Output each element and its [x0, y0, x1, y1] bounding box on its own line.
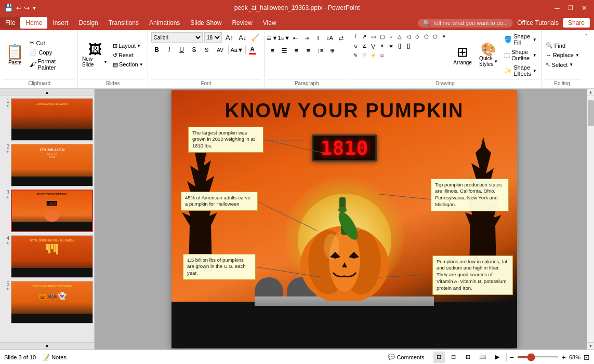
format-painter-btn[interactable]: 🖌 Format Painter	[28, 57, 75, 72]
shape-angle-btn[interactable]: ∠	[360, 42, 368, 50]
menu-slideshow[interactable]: Slide Show	[185, 17, 227, 29]
char-spacing-btn[interactable]: AV	[214, 44, 227, 56]
menu-design[interactable]: Design	[73, 17, 103, 29]
menu-home[interactable]: Home	[20, 17, 47, 29]
slideshow-btn[interactable]: ▶	[492, 352, 503, 363]
align-right-btn[interactable]: ≡	[291, 45, 302, 56]
close-btn[interactable]: ✕	[578, 2, 590, 14]
slides-scroll-down[interactable]: ▼	[0, 342, 94, 349]
strikethrough-btn[interactable]: S	[189, 44, 200, 56]
notes-view-btn[interactable]: 📝 Notes	[40, 353, 69, 362]
find-btn[interactable]: 🔍 Find	[544, 41, 581, 50]
minimize-btn[interactable]: ─	[551, 2, 563, 14]
zoom-in-btn[interactable]: +	[562, 353, 566, 361]
shape-star5-btn[interactable]: ★	[387, 42, 395, 50]
arrange-btn[interactable]: ⊞ Arrange	[450, 32, 475, 78]
shape-effects-btn[interactable]: ✨ Shape Effects ▼	[502, 63, 538, 78]
copy-btn[interactable]: 📄 Copy	[28, 48, 75, 57]
shape-star4-btn[interactable]: ✦	[378, 42, 386, 50]
shape-tri-btn[interactable]: △	[395, 32, 404, 41]
share-btn[interactable]: Share	[563, 18, 590, 28]
text-convert-btn[interactable]: ⇄	[336, 32, 347, 44]
justify-btn[interactable]: ≡	[302, 45, 314, 56]
change-case-btn[interactable]: Aa▼	[230, 44, 244, 56]
smartart-btn[interactable]: ⊕	[326, 45, 338, 56]
slide-thumb-2[interactable]: 2 ★ 171 MILLION $82.93 67%	[1, 144, 93, 186]
cut-btn[interactable]: ✂ Cut	[28, 38, 75, 47]
font-name-select[interactable]: Calibri	[151, 32, 203, 43]
shape-lightning-btn[interactable]: ⚡	[369, 51, 377, 59]
shape-rtri-btn[interactable]: ◁	[404, 32, 413, 41]
slide-thumb-5[interactable]: 5 ★ TOP 5 CHILDREN'S COSTUMES 🎃 🦇 👻	[1, 281, 93, 323]
slide-sorter-btn[interactable]: ⊞	[463, 352, 474, 363]
comments-btn[interactable]: 💬 Comments	[386, 353, 426, 361]
scroll-up-btn[interactable]: ▲	[587, 89, 594, 96]
menu-insert[interactable]: Insert	[47, 17, 73, 29]
font-decrease-btn[interactable]: A↓	[237, 33, 248, 42]
shape-rounded-btn[interactable]: ▢	[378, 32, 386, 41]
menu-file[interactable]: File	[0, 17, 20, 29]
new-slide-btn[interactable]: 🖼 New Slide ▼	[80, 32, 110, 78]
font-increase-btn[interactable]: A↑	[223, 33, 235, 43]
font-color-btn[interactable]: A	[247, 44, 258, 56]
line-spacing-btn[interactable]: ↕≡	[314, 45, 326, 56]
zoom-out-btn[interactable]: −	[510, 353, 514, 361]
decrease-indent-btn[interactable]: ⇤	[290, 32, 301, 44]
menu-review[interactable]: Review	[227, 17, 257, 29]
redo-icon[interactable]: ↪	[24, 4, 30, 12]
increase-indent-btn[interactable]: ⇥	[301, 32, 312, 44]
shape-diamond-btn[interactable]: ◇	[413, 32, 421, 41]
slides-scroll-up[interactable]: ▲	[0, 89, 94, 96]
customize-icon[interactable]: ▼	[32, 5, 37, 11]
menu-transitions[interactable]: Transitions	[103, 17, 144, 29]
quick-styles-btn[interactable]: 🎨 Quick Styles ▼	[477, 32, 500, 78]
menu-view[interactable]: View	[258, 17, 282, 29]
zoom-slider[interactable]	[517, 356, 559, 358]
reset-btn[interactable]: ↺ Reset	[111, 51, 146, 60]
shape-outline-btn[interactable]: ⬚ Shape Outline ▼	[502, 48, 538, 62]
shape-arrow-btn[interactable]: ↗	[360, 32, 368, 41]
shape-curve-btn[interactable]: ∪	[351, 42, 360, 50]
shape-chevron-btn[interactable]: ⋁	[369, 42, 377, 50]
save-icon[interactable]: 💾	[4, 4, 13, 12]
shape-smile-btn[interactable]: ☺	[378, 51, 386, 59]
bullets-btn[interactable]: ☰▼	[267, 32, 278, 44]
shape-free-btn[interactable]: ✎	[351, 51, 360, 59]
underline-btn[interactable]: U	[176, 44, 188, 56]
columns-btn[interactable]: ⫴	[313, 32, 324, 44]
italic-btn[interactable]: I	[164, 44, 175, 56]
shape-brace-btn[interactable]: []	[404, 42, 413, 50]
shape-pent-btn[interactable]: ⬠	[422, 32, 430, 41]
shape-more-btn[interactable]: ▼	[440, 32, 448, 41]
restore-btn[interactable]: ❐	[565, 2, 576, 14]
scroll-down-btn[interactable]: ▼	[587, 342, 594, 349]
shadow-btn[interactable]: S	[201, 44, 213, 56]
shape-rect-btn[interactable]: ▭	[369, 32, 377, 41]
font-size-select[interactable]: 18	[204, 32, 222, 43]
select-btn[interactable]: ↖ Select ▼	[544, 60, 581, 69]
bold-btn[interactable]: B	[151, 44, 163, 56]
slide-thumb-3-active[interactable]: 3 ★ KNOW YOUR PUMPKIN 1810	[1, 190, 93, 232]
collapse-ribbon-btn[interactable]: ⌃	[583, 32, 593, 40]
align-left-btn[interactable]: ≡	[267, 45, 278, 56]
scroll-thumb-v[interactable]	[588, 100, 594, 126]
shape-line-btn[interactable]: /	[351, 32, 360, 41]
layout-btn[interactable]: ⊞ Layout ▼	[111, 42, 146, 50]
replace-btn[interactable]: ↔ Replace ▼	[544, 51, 581, 59]
menu-animations[interactable]: Animations	[144, 17, 185, 29]
fit-slide-btn[interactable]: ⊡	[584, 353, 590, 361]
undo-icon[interactable]: ↩	[16, 4, 22, 12]
text-direction-btn[interactable]: ↕A	[324, 32, 335, 44]
office-tutorials-btn[interactable]: Office Tutorials	[517, 19, 559, 26]
shape-bracket-btn[interactable]: {}	[395, 42, 404, 50]
slide-thumb-4[interactable]: 4 ★ TOTAL SPENDING ON HALLOWEEN	[1, 235, 93, 278]
normal-view-btn[interactable]: ⊡	[433, 352, 445, 363]
shape-heart-btn[interactable]: ♡	[360, 51, 368, 59]
reading-view-btn[interactable]: 📖	[477, 352, 489, 363]
numbering-btn[interactable]: 1≡▼	[278, 32, 289, 44]
align-center-btn[interactable]: ☰	[279, 45, 290, 56]
clear-format-btn[interactable]: 🧹	[249, 33, 261, 42]
help-search[interactable]: Tell me what you want to do...	[432, 20, 508, 26]
shape-fill-btn[interactable]: 🪣 Shape Fill ▼	[502, 32, 538, 47]
section-btn[interactable]: ▤ Section ▼	[111, 60, 146, 69]
